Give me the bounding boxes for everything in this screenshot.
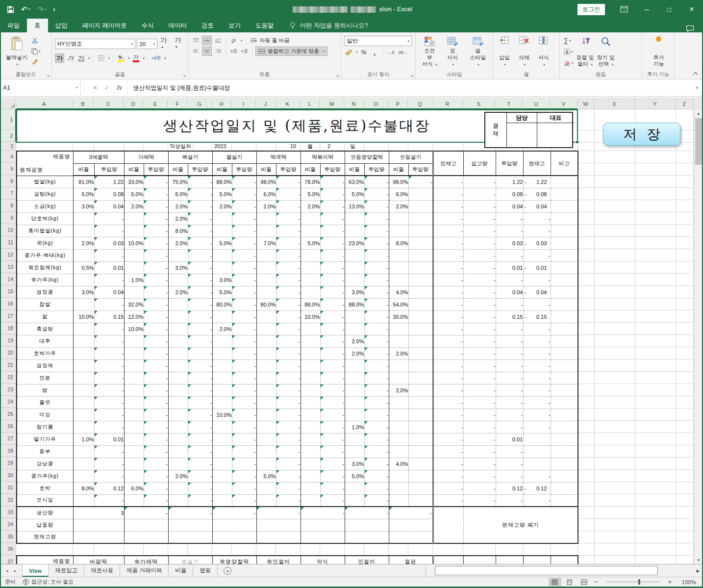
ingredient-name[interactable]: 미강 — [17, 409, 73, 421]
current-stock-cell[interactable]: -0.04 — [523, 286, 551, 298]
row-header-4[interactable]: 4 — [0, 151, 16, 163]
prev-stock-cell[interactable]: - — [433, 323, 463, 335]
input-cell[interactable]: - — [276, 470, 301, 482]
ratio-cell[interactable] — [168, 433, 188, 445]
input-cell[interactable]: 0.12 — [94, 482, 124, 494]
ratio-cell[interactable]: 80.0% — [212, 298, 232, 310]
used-cell[interactable]: - — [496, 421, 523, 433]
input-cell[interactable]: - — [188, 421, 212, 433]
input-cell[interactable]: - — [232, 494, 256, 507]
sheet-nav-left-icon[interactable]: ◂ — [6, 568, 8, 573]
incoming-cell[interactable]: - — [463, 421, 496, 433]
ratio-cell[interactable] — [345, 323, 364, 335]
normal-view-icon[interactable] — [549, 578, 561, 587]
used-cell[interactable]: - — [496, 323, 523, 335]
ingredient-name[interactable]: 딸기가루 — [17, 433, 73, 445]
footer-value-cell[interactable] — [301, 519, 345, 531]
row-header-29[interactable]: 29 — [0, 457, 16, 469]
ratio-cell[interactable]: 8.0% — [389, 237, 408, 249]
column-header-C[interactable]: C — [94, 99, 124, 109]
ratio-cell[interactable] — [212, 445, 232, 458]
remark-cell[interactable] — [551, 310, 578, 323]
input-cell[interactable]: - — [276, 347, 301, 359]
input-cell[interactable]: - — [144, 212, 168, 225]
used-cell[interactable]: - — [496, 470, 523, 482]
input-cell[interactable]: - — [276, 323, 301, 335]
input-cell[interactable]: - — [364, 458, 389, 470]
input-cell[interactable]: - — [320, 335, 345, 347]
ingredient-name[interactable]: 팥 — [17, 310, 73, 323]
input-cell[interactable] — [408, 188, 433, 200]
ratio-cell[interactable]: 13.0% — [345, 200, 364, 212]
input-cell[interactable]: - — [276, 458, 301, 470]
ratio-cell[interactable] — [212, 372, 232, 384]
input-cell[interactable]: - — [320, 249, 345, 261]
ratio-cell[interactable]: 10.0% — [212, 409, 232, 421]
input-cell[interactable] — [408, 433, 433, 445]
input-cell[interactable]: - — [232, 212, 256, 225]
current-stock-cell[interactable]: -0.12 — [523, 482, 551, 494]
input-header[interactable]: 투입량 — [188, 163, 212, 176]
conditional-formatting-button[interactable]: ≠ 조건부서식 ▾ — [419, 34, 440, 70]
increase-font-button[interactable]: 가▲ — [159, 36, 172, 52]
ratio-cell[interactable]: 63.0% — [345, 176, 364, 188]
ratio-cell[interactable] — [256, 433, 276, 445]
ratio-cell[interactable] — [389, 261, 408, 274]
input-cell[interactable]: - — [320, 347, 345, 359]
row-header-9[interactable]: 9 — [0, 212, 16, 224]
ratio-cell[interactable] — [345, 261, 364, 274]
ratio-cell[interactable]: 88.0% — [301, 298, 320, 310]
prev-stock-cell[interactable]: - — [433, 470, 463, 482]
ratio-cell[interactable]: 10.0% — [124, 323, 144, 335]
input-cell[interactable]: - — [188, 237, 212, 249]
incoming-cell[interactable]: - — [463, 470, 496, 482]
incoming-cell[interactable]: - — [463, 433, 496, 445]
scroll-down-icon[interactable]: ▼ — [694, 556, 703, 564]
input-cell[interactable] — [408, 470, 433, 482]
ratio-cell[interactable]: 32.0% — [124, 298, 144, 310]
input-cell[interactable]: - — [364, 347, 389, 359]
incoming-cell[interactable]: - — [463, 225, 496, 237]
input-cell[interactable]: - — [364, 200, 389, 212]
used-cell[interactable]: 0.08 — [496, 188, 523, 200]
footer-value-cell[interactable] — [168, 531, 212, 543]
current-stock-cell[interactable]: -0.01 — [523, 261, 551, 274]
close-button[interactable]: × — [680, 0, 703, 19]
column-header-W[interactable]: W — [577, 99, 594, 109]
footer-value-cell[interactable] — [389, 531, 433, 543]
input-cell[interactable]: - — [188, 225, 212, 237]
ratio-cell[interactable] — [212, 482, 232, 494]
input-header[interactable]: 투입량 — [320, 163, 345, 176]
current-stock-cell[interactable]: - — [523, 470, 551, 482]
ratio-cell[interactable] — [256, 409, 276, 421]
ratio-cell[interactable] — [168, 384, 188, 396]
inventory-header[interactable]: 전재고 — [433, 151, 463, 176]
input-cell[interactable]: - — [144, 286, 168, 298]
footer-value-cell[interactable] — [73, 531, 124, 543]
ratio-cell[interactable] — [301, 212, 320, 225]
row-header-7[interactable]: 7 — [0, 187, 16, 200]
ratio-cell[interactable] — [301, 261, 320, 274]
ratio-cell[interactable]: 2.0% — [389, 200, 408, 212]
current-stock-cell[interactable]: - — [523, 396, 551, 409]
ratio-cell[interactable]: 4.0% — [389, 458, 408, 470]
ingredient-name[interactable]: 맵쌀(kg) — [17, 176, 73, 188]
font-size-combobox[interactable]: 20▾ — [137, 39, 157, 49]
prev-stock-cell[interactable]: - — [433, 188, 463, 200]
column-header-J[interactable]: J — [256, 99, 276, 109]
row-header-1[interactable]: 1 — [0, 109, 16, 130]
accounting-format-icon[interactable] — [344, 48, 353, 57]
input-cell[interactable] — [408, 347, 433, 359]
ratio-cell[interactable]: 81.0% — [73, 176, 94, 188]
ratio-cell[interactable] — [301, 445, 320, 458]
align-right-icon[interactable] — [213, 47, 223, 56]
prev-stock-cell[interactable]: - — [433, 298, 463, 310]
current-stock-cell[interactable]: - — [523, 421, 551, 433]
ratio-cell[interactable]: 6.0% — [389, 188, 408, 200]
current-stock-cell[interactable]: - — [523, 335, 551, 347]
column-header-L[interactable]: L — [300, 99, 320, 109]
column-header-P[interactable]: P — [388, 99, 408, 109]
ratio-cell[interactable] — [345, 396, 364, 409]
ratio-header[interactable]: 비율 — [345, 163, 364, 176]
input-cell[interactable]: - — [276, 372, 301, 384]
